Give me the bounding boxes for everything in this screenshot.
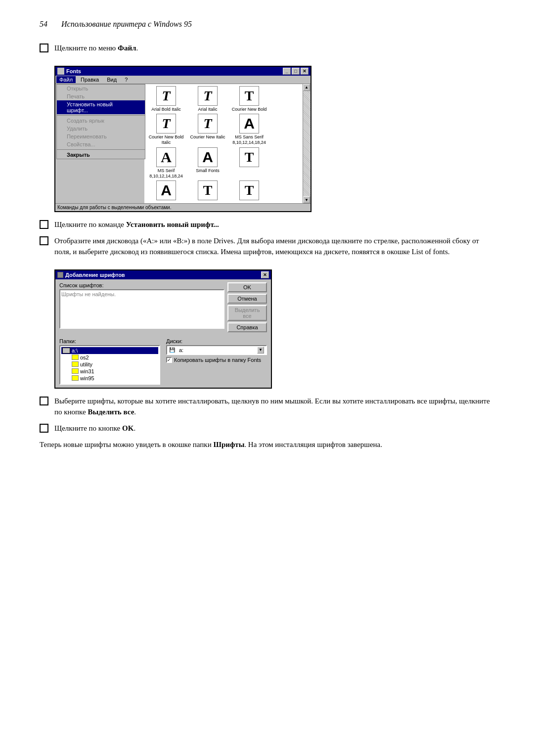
bullet-text-4: Выберите шрифты, которые вы хотите инста…: [54, 396, 494, 418]
font-list-label: Список шрифтов:: [59, 282, 224, 288]
select-all-button[interactable]: Выделить все: [227, 305, 267, 321]
font-listbox-placeholder: Шрифты не найдены.: [61, 291, 222, 297]
font-icon-T: T: [198, 180, 218, 200]
font-item-extra4[interactable]: T: [229, 180, 269, 201]
font-item-courier-bold-italic[interactable]: T Courier New Bold Italic: [146, 114, 186, 145]
folders-section: Папки: a:\ os2 utility: [59, 338, 160, 385]
folder-item-root[interactable]: a:\: [61, 347, 158, 354]
font-label: MS Serif 8,10,12,14,18,24: [146, 168, 186, 179]
minimize-button[interactable]: _: [283, 68, 291, 75]
font-label: Arial Bold Italic: [151, 107, 181, 112]
bullet-item-3: Отобразите имя дисковода («A:» или «B:»)…: [40, 235, 494, 258]
combo-arrow[interactable]: ▼: [257, 347, 264, 354]
folder-item-utility[interactable]: utility: [61, 361, 158, 368]
maximize-button[interactable]: □: [292, 68, 300, 75]
font-icon-A: A: [239, 114, 259, 133]
font-item-extra2[interactable]: A: [146, 180, 186, 201]
font-icon-A: A: [156, 147, 176, 167]
page-header: 54 Использование принтера с Windows 95: [40, 20, 494, 29]
font-icon-T: T: [239, 86, 259, 106]
font-item-extra3[interactable]: T: [188, 180, 227, 201]
floppy-icon: 💾: [169, 347, 175, 353]
page-number: 54: [40, 20, 47, 28]
help-button[interactable]: Справка: [227, 322, 267, 332]
font-item-courier-italic[interactable]: T Courier New Italic: [188, 114, 227, 145]
scroll-up-button[interactable]: ▲: [303, 84, 310, 91]
font-icon-T: T: [156, 86, 176, 106]
font-icon-A: A: [156, 180, 176, 200]
checkbox-icon-1: [40, 44, 48, 52]
close-button[interactable]: ✕: [301, 68, 309, 75]
menu-install-font[interactable]: Установить новый шрифт...: [57, 100, 145, 114]
page-title: Использование принтера с Windows 95: [61, 20, 192, 28]
folder-icon: [72, 375, 79, 381]
folder-item-os2[interactable]: os2: [61, 354, 158, 361]
dialog-buttons: OK Отмена Выделить все Справка: [227, 282, 267, 332]
fonts-statusbar: Команды для работы с выделенными объекта…: [55, 203, 311, 211]
copy-fonts-label: Копировать шрифты в папку Fonts: [174, 357, 261, 363]
checkbox-icon-2: [40, 220, 48, 229]
fonts-titlebar: Fonts _ □ ✕: [55, 67, 311, 76]
fonts-window: Fonts _ □ ✕ Файл Правка Вид ? Открыть Пе…: [54, 66, 312, 213]
bullet-item-5: Щелкните по кнопке OK.: [40, 423, 494, 434]
menu-view[interactable]: Вид: [104, 76, 120, 83]
menu-edit[interactable]: Правка: [78, 76, 102, 83]
separator-2: [57, 149, 145, 150]
font-label: Courier New Bold Italic: [146, 134, 186, 145]
titlebar-left: Fonts: [57, 68, 81, 75]
bullet-text-3: Отобразите имя дисковода («A:» или «B:»)…: [54, 235, 494, 258]
dialog-top-row: Список шрифтов: Шрифты не найдены. OK От…: [59, 282, 267, 332]
font-item-ms-sans-serif[interactable]: A MS Sans Serif 8,10,12,14,18,24: [229, 114, 269, 145]
font-item-small-fonts[interactable]: A Small Fonts: [188, 147, 227, 179]
folder-path: a:\: [72, 348, 78, 354]
font-item-arial-bold-italic[interactable]: T Arial Bold Italic: [146, 86, 186, 112]
add-fonts-titlebar: Добавление шрифтов ✕: [55, 270, 271, 279]
menu-print: Печать: [57, 92, 145, 100]
folder-icon: [72, 368, 79, 374]
menu-file[interactable]: Файл: [56, 76, 76, 83]
drive-combo[interactable]: 💾 a: ▼: [166, 345, 267, 355]
final-paragraph: Теперь новые шрифты можно увидеть в окош…: [40, 439, 494, 450]
separator-1: [57, 115, 145, 116]
drives-label: Диски:: [166, 338, 267, 344]
folder-item-win95[interactable]: win95: [61, 375, 158, 382]
folder-icon: [72, 355, 79, 360]
font-icon-T: T: [239, 180, 259, 200]
font-icon-T: T: [198, 86, 218, 106]
font-item-arial-italic[interactable]: T Arial Italic: [188, 86, 227, 112]
font-item-extra1[interactable]: T: [229, 147, 269, 179]
cancel-button[interactable]: Отмена: [227, 294, 267, 304]
fonts-scrollbar[interactable]: ▲ ▼: [303, 84, 311, 204]
dialog-icon: [57, 272, 63, 278]
font-item-ms-serif[interactable]: A MS Serif 8,10,12,14,18,24: [146, 147, 186, 179]
dialog-close-button[interactable]: ✕: [261, 271, 269, 278]
folder-item-win31[interactable]: win31: [61, 368, 158, 375]
font-label: Arial Italic: [198, 107, 217, 112]
menu-help[interactable]: ?: [122, 76, 131, 83]
drives-section: Диски: 💾 a: ▼ ✓ Копировать шрифты в папк…: [166, 338, 267, 385]
scrollbar-track: [303, 91, 311, 197]
drive-selector: 💾 a: ▼: [166, 345, 267, 355]
fonts-menubar: Файл Правка Вид ?: [55, 76, 311, 84]
font-icon-A: A: [198, 147, 218, 167]
font-label: MS Sans Serif 8,10,12,14,18,24: [229, 134, 269, 145]
scroll-down-button[interactable]: ▼: [303, 196, 310, 203]
add-fonts-title: Добавление шрифтов: [65, 272, 125, 278]
folder-listbox[interactable]: a:\ os2 utility win31: [59, 345, 160, 385]
menu-close[interactable]: Закрыть: [57, 151, 145, 159]
font-label: Courier New Italic: [190, 134, 225, 140]
bullet-text-2: Щелкните по команде Установить новый шри…: [54, 219, 219, 230]
ok-button[interactable]: OK: [227, 282, 267, 292]
fonts-window-icon: [57, 68, 64, 75]
font-listbox[interactable]: Шрифты не найдены.: [59, 289, 224, 329]
dialog-title-controls[interactable]: ✕: [261, 271, 269, 278]
menu-delete: Удалить: [57, 125, 145, 133]
drive-value: a:: [179, 347, 183, 353]
title-controls[interactable]: _ □ ✕: [283, 68, 309, 75]
font-item-courier-bold[interactable]: T Courier New Bold: [229, 86, 269, 112]
menu-open: Открыть: [57, 85, 145, 92]
copy-fonts-checkbox[interactable]: ✓: [166, 357, 172, 363]
bullet-item-2: Щелкните по команде Установить новый шри…: [40, 219, 494, 230]
dialog-bottom: Папки: a:\ os2 utility: [55, 338, 271, 388]
dialog-body: Список шрифтов: Шрифты не найдены. OK От…: [55, 279, 271, 338]
